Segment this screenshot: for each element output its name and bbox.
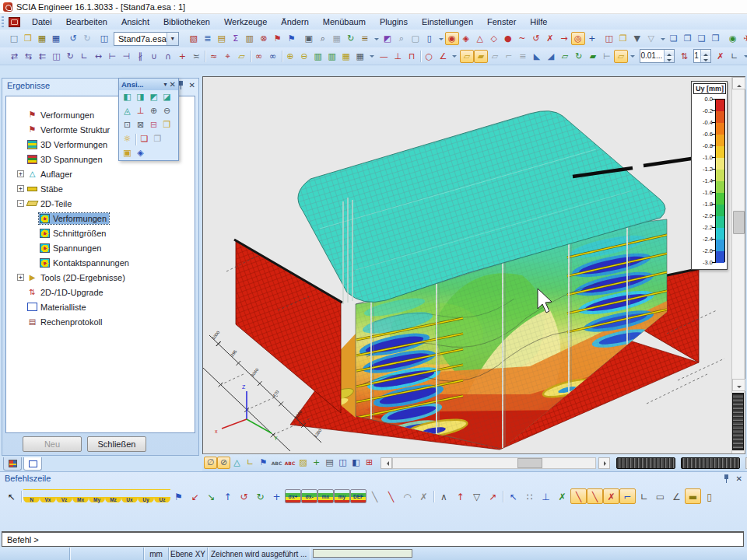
3d-model-scene[interactable]: 1000 395 3040 470 1340 1280 Z x Y (203, 77, 731, 453)
libraries-icon[interactable]: ▥ (243, 32, 257, 45)
result-uz-button[interactable]: Uz (154, 489, 170, 503)
panel-left-icon[interactable]: ◣ (530, 50, 544, 63)
dropdown-icon[interactable]: ▾ (164, 81, 167, 88)
edit-node-icon[interactable]: ⌖ (221, 50, 235, 63)
clipboard-picture-icon[interactable]: ▣ (121, 147, 134, 159)
rotation-y-icon[interactable]: ↻ (252, 488, 268, 504)
fly-through-icon[interactable]: ✈ (740, 32, 747, 45)
plate-off-icon[interactable]: ▱ (488, 50, 502, 63)
result-my-2d-button[interactable]: my (334, 489, 350, 503)
dimension-perpendicular-icon[interactable]: ⊥ (391, 50, 405, 63)
combo-dropdown-icon[interactable]: ▾ (167, 33, 178, 45)
render-surface-icon[interactable]: ⊘ (217, 457, 230, 469)
view-wireframe-glasses-icon[interactable]: ∞ (252, 50, 266, 63)
zoom-window-icon[interactable]: ⊡ (121, 119, 134, 131)
reaction-x-icon[interactable]: ↙ (187, 488, 203, 504)
spin-down-icon[interactable] (665, 56, 674, 62)
deformed-structure-icon[interactable]: ⚑ (170, 488, 187, 504)
status-units[interactable]: mm (144, 548, 169, 560)
toolbar-overflow-icon[interactable] (743, 50, 744, 62)
close-icon[interactable]: ✕ (189, 81, 195, 89)
paper-gallery-icon[interactable]: ⚑ (285, 32, 299, 45)
select-by-polyline-icon[interactable]: ~ (515, 32, 529, 45)
grid-toggle-icon[interactable]: ⊞ (363, 457, 376, 469)
table-yellow-icon[interactable]: ▦ (339, 50, 353, 63)
tree-item-staebe[interactable]: +Stäbe (6, 181, 195, 196)
collapse-icon[interactable]: - (17, 200, 24, 207)
view-top-icon[interactable]: ◧ (121, 91, 134, 103)
select-null-elements-icon[interactable]: ◎ (571, 32, 585, 45)
command-line-header[interactable]: Befehlszeile ✕ (0, 472, 747, 486)
select-by-workplane-icon[interactable]: ◇ (487, 32, 501, 45)
expand-icon[interactable]: + (17, 185, 24, 192)
view-axonometric-icon[interactable]: ◪ (160, 91, 174, 103)
rotation-x-icon[interactable]: ↺ (236, 488, 252, 504)
calculation-mesh-icon[interactable]: ▧ (187, 32, 201, 45)
snap-solid-icon[interactable]: ▭ (652, 488, 668, 504)
zoom-columns-add-icon[interactable]: ⊕ (283, 50, 297, 63)
snap-endpoint-icon[interactable]: ╲ (587, 488, 603, 504)
scrollbar-thumb[interactable] (517, 458, 542, 468)
snap-midpoint-icon[interactable]: ╲ (570, 488, 587, 504)
snap-grid-ruler-icon[interactable]: ▯ (701, 488, 717, 504)
render-wireframe-icon[interactable]: ∅ (204, 457, 217, 469)
intersect-icon[interactable]: ∩ (161, 50, 175, 63)
toolbar-overflow-icon[interactable] (630, 50, 630, 62)
scroll-left-icon[interactable] (381, 457, 392, 469)
split-window-2-icon[interactable]: ◫ (336, 457, 349, 469)
print-icon[interactable]: ▣ (302, 32, 316, 45)
label-flag-icon[interactable]: ⚑ (257, 457, 270, 469)
rotate-icon[interactable]: ↻ (63, 50, 77, 63)
tab-window[interactable] (23, 457, 42, 471)
result-sigma-x-plus-button[interactable]: σx+ (285, 489, 301, 503)
menu-item-einstellungen[interactable]: Einstellungen (415, 16, 480, 28)
table-to-left-icon[interactable]: ▥ (311, 50, 325, 63)
centre-on-selection-icon[interactable]: + (585, 32, 599, 45)
select-by-rectangle-icon[interactable]: ◈ (459, 32, 473, 45)
snap-line-element-icon[interactable]: ▬ (685, 488, 701, 504)
tree-item-tools-2d-ergebnisse[interactable]: +Tools (2D-Ergebnisse) (6, 270, 195, 285)
result-mx-2d-button[interactable]: mx (317, 489, 334, 503)
decimal-display-icon[interactable]: ∟ (728, 50, 742, 63)
copy-entities-icon[interactable]: ⇆ (21, 50, 35, 63)
line-grid-icon[interactable]: ⊥ (538, 488, 554, 504)
tree-item-rechenprotokoll[interactable]: Rechenprotokoll (6, 314, 195, 329)
document-editor-icon[interactable]: ≡ (358, 32, 372, 45)
select-single-icon[interactable]: ● (501, 32, 515, 45)
menu-item-aendern[interactable]: Ändern (274, 16, 315, 28)
track-snap-icon[interactable]: ↖ (505, 488, 521, 504)
visibility-parameters-icon[interactable]: ◉ (726, 32, 740, 45)
menu-item-datei[interactable]: Datei (25, 16, 59, 28)
stretch-icon[interactable]: ↔ (91, 50, 105, 63)
scroll-down-icon[interactable] (732, 379, 745, 391)
spin-up-icon[interactable] (701, 50, 710, 56)
view-solid-glasses-icon[interactable]: ∞ (266, 50, 280, 63)
reaction-y-icon[interactable]: ↘ (203, 488, 219, 504)
close-icon[interactable]: ✕ (736, 474, 742, 483)
new-project-icon[interactable]: □ (7, 32, 21, 45)
open-project-icon[interactable]: ❒ (21, 32, 35, 45)
status-plane[interactable]: Ebene XY (169, 548, 208, 560)
plate-2d-b-icon[interactable]: ▰ (474, 50, 488, 63)
regen-green-icon[interactable]: ↻ (572, 50, 586, 63)
menu-item-hilfe[interactable]: Hilfe (523, 16, 554, 28)
menu-item-bearbeiten[interactable]: Bearbeiten (59, 16, 114, 28)
project-manager-icon[interactable]: ◫ (97, 32, 111, 45)
project-file-combo[interactable]: Stand7a.esa ▾ (114, 32, 179, 46)
activity-filter-on-icon[interactable]: ▼ (630, 32, 644, 45)
results-diagram-icon[interactable]: ∟ (244, 457, 257, 469)
split-window-3-icon[interactable]: ◧ (349, 457, 363, 469)
print-preview-icon[interactable]: ⌕ (316, 32, 330, 45)
select-by-mouse-icon[interactable]: ◉ (445, 32, 459, 45)
expand-icon[interactable]: + (17, 274, 24, 281)
view-side-icon[interactable]: ◩ (147, 91, 160, 103)
snap-clear-icon[interactable]: ✗ (554, 488, 570, 504)
view-settings-folder-icon[interactable]: ❒ (160, 119, 174, 131)
trim-icon[interactable]: ⊢ (105, 50, 119, 63)
plate-green-icon[interactable]: ▱ (558, 50, 572, 63)
toolbar-overflow-icon[interactable] (451, 50, 452, 62)
expand-icon[interactable]: + (17, 170, 24, 177)
spin-up-icon[interactable] (665, 50, 674, 56)
zoom-document-icon[interactable]: ⌕ (395, 32, 409, 45)
save-icon[interactable]: ▦ (49, 32, 63, 45)
